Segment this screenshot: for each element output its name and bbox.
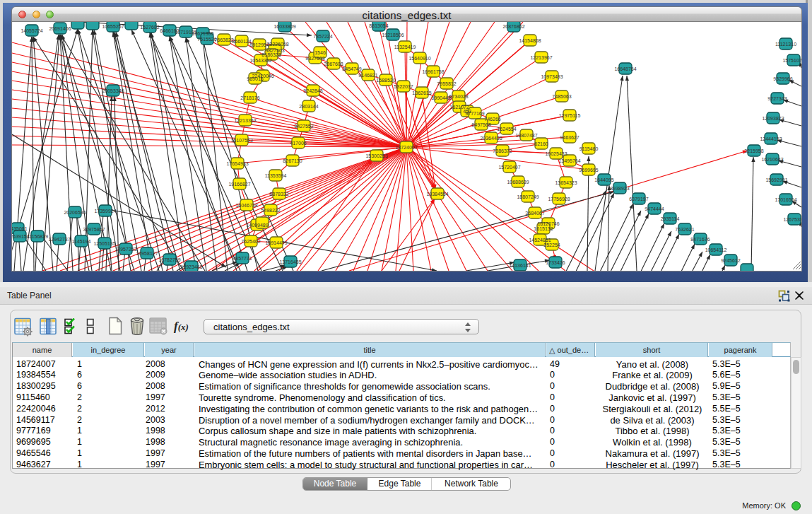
svg-text:417006: 417006 xyxy=(290,141,306,146)
svg-text:9245612: 9245612 xyxy=(721,258,740,263)
svg-text:252254: 252254 xyxy=(543,243,560,247)
svg-text:11325419: 11325419 xyxy=(394,45,416,49)
svg-text:16671355: 16671355 xyxy=(192,31,213,36)
svg-text:1733426: 1733426 xyxy=(546,260,565,265)
svg-text:8427552: 8427552 xyxy=(294,124,313,129)
svg-text:17359924: 17359924 xyxy=(94,209,116,214)
svg-text:19166827: 19166827 xyxy=(228,182,250,187)
svg-text:10807487: 10807487 xyxy=(515,133,537,138)
svg-text:9857771: 9857771 xyxy=(233,256,252,261)
svg-text:20691406: 20691406 xyxy=(49,26,71,31)
svg-text:10973493: 10973493 xyxy=(541,74,563,79)
svg-text:10025433: 10025433 xyxy=(545,151,567,156)
svg-text:1527602: 1527602 xyxy=(140,25,159,30)
svg-text:10655257: 10655257 xyxy=(102,24,124,29)
svg-text:1588520: 1588520 xyxy=(376,78,395,83)
svg-text:16961758: 16961758 xyxy=(422,69,444,74)
svg-text:15300253: 15300253 xyxy=(365,153,387,158)
svg-text:15720407: 15720407 xyxy=(498,165,520,170)
svg-text:14136141: 14136141 xyxy=(509,263,531,268)
svg-text:7625402: 7625402 xyxy=(241,239,260,244)
svg-text:9115460: 9115460 xyxy=(579,146,599,151)
svg-text:1644095: 1644095 xyxy=(594,177,613,182)
svg-text:5322037: 5322037 xyxy=(394,84,413,89)
svg-text:17016504: 17016504 xyxy=(775,197,796,202)
svg-text:19384554: 19384554 xyxy=(426,192,448,197)
svg-text:9329966: 9329966 xyxy=(773,76,792,81)
svg-text:12923448: 12923448 xyxy=(180,264,202,269)
svg-text:1145194: 1145194 xyxy=(72,239,91,244)
svg-text:14099489: 14099489 xyxy=(246,223,268,228)
svg-text:6734028: 6734028 xyxy=(449,94,468,99)
svg-text:20206536: 20206536 xyxy=(64,210,86,215)
svg-text:16120746: 16120746 xyxy=(537,221,559,226)
svg-text:16046738: 16046738 xyxy=(235,203,257,208)
svg-text:15640910: 15640910 xyxy=(408,56,430,61)
svg-text:7485063: 7485063 xyxy=(552,94,571,99)
svg-text:8813054: 8813054 xyxy=(369,23,388,28)
svg-text:13716485: 13716485 xyxy=(279,259,301,264)
svg-text:12675339: 12675339 xyxy=(783,217,801,222)
svg-text:20053346: 20053346 xyxy=(102,88,124,93)
svg-text:14154808: 14154808 xyxy=(519,38,541,43)
svg-text:2803144: 2803144 xyxy=(299,104,318,109)
svg-text:9327503: 9327503 xyxy=(305,56,324,61)
svg-text:9463627: 9463627 xyxy=(560,135,579,140)
svg-text:12942737: 12942737 xyxy=(48,237,70,242)
svg-text:62160: 62160 xyxy=(534,141,548,146)
svg-text:11156829: 11156829 xyxy=(27,234,48,239)
svg-text:9227343: 9227343 xyxy=(767,96,787,101)
svg-text:3215958: 3215958 xyxy=(744,148,763,153)
svg-text:8938923: 8938923 xyxy=(610,186,629,191)
svg-text:11353594: 11353594 xyxy=(265,173,287,178)
svg-text:746266: 746266 xyxy=(484,117,500,122)
svg-text:2718176: 2718176 xyxy=(240,95,259,100)
svg-text:16107553: 16107553 xyxy=(230,138,252,143)
svg-text:9777169: 9777169 xyxy=(465,111,484,116)
svg-text:11121310: 11121310 xyxy=(775,42,796,47)
svg-text:14055724: 14055724 xyxy=(20,28,42,33)
svg-text:23226058: 23226058 xyxy=(266,42,288,47)
svg-text:1546: 1546 xyxy=(314,50,326,55)
svg-text:16033809: 16033809 xyxy=(273,24,295,29)
svg-text:12093873: 12093873 xyxy=(762,116,784,121)
svg-text:1624554: 1624554 xyxy=(497,127,516,132)
svg-text:9699695: 9699695 xyxy=(579,168,598,173)
svg-text:7632621: 7632621 xyxy=(675,227,694,232)
svg-text:8267130: 8267130 xyxy=(283,158,302,163)
svg-text:1362615: 1362615 xyxy=(412,90,431,95)
svg-text:3684067: 3684067 xyxy=(525,211,544,216)
svg-text:10958127: 10958127 xyxy=(136,251,158,256)
svg-text:6379197: 6379197 xyxy=(629,197,648,201)
svg-text:7663822: 7663822 xyxy=(214,37,233,42)
svg-text:1615132: 1615132 xyxy=(534,226,553,231)
svg-text:7386372: 7386372 xyxy=(493,148,512,153)
svg-text:8471676: 8471676 xyxy=(690,237,710,242)
svg-text:10688639: 10688639 xyxy=(507,180,529,185)
svg-text:15692991: 15692991 xyxy=(765,177,787,182)
svg-text:8454749: 8454749 xyxy=(342,66,361,71)
svg-text:8990448: 8990448 xyxy=(431,95,450,100)
svg-text:17756928: 17756928 xyxy=(548,197,570,201)
svg-text:7357224: 7357224 xyxy=(313,34,332,39)
svg-text:8435061: 8435061 xyxy=(12,226,28,231)
svg-text:7955812: 7955812 xyxy=(437,81,456,86)
svg-text:13495764: 13495764 xyxy=(558,158,580,163)
svg-text:8660124: 8660124 xyxy=(232,39,251,44)
svg-text:12444153: 12444153 xyxy=(760,136,782,141)
svg-text:6497568: 6497568 xyxy=(471,122,490,127)
svg-text:9474444: 9474444 xyxy=(645,206,664,211)
svg-text:20876862: 20876862 xyxy=(502,24,524,29)
svg-text:2867608: 2867608 xyxy=(324,62,343,66)
svg-text:18807249: 18807249 xyxy=(517,194,539,199)
svg-text:9242848: 9242848 xyxy=(303,88,322,93)
svg-text:8186328: 8186328 xyxy=(261,52,281,57)
svg-text:16648764: 16648764 xyxy=(614,66,636,71)
svg-text:18724007: 18724007 xyxy=(395,145,417,150)
svg-text:989016: 989016 xyxy=(247,76,263,81)
svg-text:17957253: 17957253 xyxy=(114,247,136,252)
svg-text:14524851: 14524851 xyxy=(529,238,551,243)
svg-text:8878332: 8878332 xyxy=(269,192,288,197)
svg-text:12213967: 12213967 xyxy=(530,55,552,60)
svg-text:17654933: 17654933 xyxy=(226,161,248,166)
